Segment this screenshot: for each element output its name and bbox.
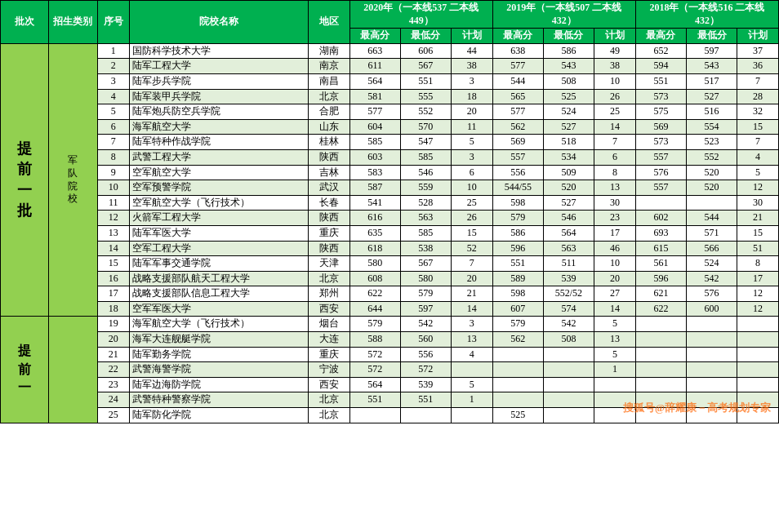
y20_min-cell: 528 <box>400 195 451 211</box>
seq-cell: 4 <box>97 89 130 104</box>
y20_max-cell: 644 <box>349 301 400 317</box>
seq-cell: 11 <box>97 195 130 211</box>
y20_plan-cell: 25 <box>451 195 492 211</box>
seq-cell: 20 <box>97 332 130 348</box>
table-row: 3陆军步兵学院南昌5645513544508105515177 <box>1 73 779 89</box>
name-cell: 海军航空大学（飞行技术） <box>130 317 309 332</box>
y20_max-cell: 579 <box>349 317 400 332</box>
y20_plan-cell: 13 <box>451 332 492 348</box>
y19_min-cell: 539 <box>543 271 594 286</box>
y18-plan-header: 计划 <box>737 29 779 44</box>
name-cell: 国防科学技术大学 <box>130 43 309 59</box>
table-row: 7陆军特种作战学院桂林585547556951875735237 <box>1 135 779 150</box>
y19_plan-cell: 13 <box>594 332 635 348</box>
y19_max-cell <box>492 362 543 378</box>
table-row: 9空军航空大学吉林583546655650985765205 <box>1 165 779 180</box>
y19_min-cell: 509 <box>543 165 594 180</box>
y18_max-cell: 602 <box>635 211 686 226</box>
region-cell: 西安 <box>308 377 349 392</box>
col-region-header: 地区 <box>308 1 349 44</box>
y20_plan-cell: 10 <box>451 180 492 196</box>
y20_min-cell: 585 <box>400 149 451 165</box>
y20-max-header: 最高分 <box>349 29 400 44</box>
y20_min-cell: 542 <box>400 317 451 332</box>
y19_plan-cell: 46 <box>594 241 635 256</box>
y20_max-cell: 585 <box>349 135 400 150</box>
y20_max-cell: 622 <box>349 286 400 302</box>
seq-cell: 3 <box>97 73 130 89</box>
y19_plan-cell: 20 <box>594 271 635 286</box>
seq-cell: 22 <box>97 362 130 378</box>
y18_min-cell <box>686 317 737 332</box>
y18_plan-cell: 32 <box>737 104 779 120</box>
seq-cell: 7 <box>97 135 130 150</box>
y18-min-header: 最低分 <box>686 29 737 44</box>
y18_plan-cell <box>737 362 779 378</box>
y20_max-cell: 577 <box>349 104 400 120</box>
seq-cell: 23 <box>97 377 130 392</box>
y20_plan-cell: 38 <box>451 59 492 74</box>
y19_plan-cell: 10 <box>594 73 635 89</box>
y19_max-cell: 544/55 <box>492 180 543 196</box>
y20-plan-header: 计划 <box>451 29 492 44</box>
y20_plan-cell: 3 <box>451 73 492 89</box>
region-cell: 西安 <box>308 301 349 317</box>
y19_min-cell <box>543 377 594 392</box>
table-row: 13陆军军医大学重庆635585155865641769357115 <box>1 225 779 241</box>
table-row: 提前一19海军航空大学（飞行技术）烟台57954235795425 <box>1 317 779 332</box>
y19_min-cell: 524 <box>543 104 594 120</box>
y19_plan-cell: 23 <box>594 211 635 226</box>
y20_min-cell: 555 <box>400 89 451 104</box>
seq-cell: 2 <box>97 59 130 74</box>
y19_max-cell: 598 <box>492 195 543 211</box>
y20_plan-cell: 6 <box>451 165 492 180</box>
y19_max-cell: 525 <box>492 408 543 423</box>
y18_plan-cell: 28 <box>737 89 779 104</box>
table-row: 16战略支援部队航天工程大学北京608580205895392059654217 <box>1 271 779 286</box>
y20_plan-cell: 1 <box>451 392 492 408</box>
y20-min-header: 最低分 <box>400 29 451 44</box>
region-cell: 陕西 <box>308 149 349 165</box>
name-cell: 空军预警学院 <box>130 180 309 196</box>
y19_min-cell: 546 <box>543 211 594 226</box>
y18_plan-cell: 30 <box>737 195 779 211</box>
y20_max-cell: 603 <box>349 149 400 165</box>
name-cell: 陆军工程大学 <box>130 59 309 74</box>
y18_max-cell <box>635 377 686 392</box>
y20_plan-cell: 52 <box>451 241 492 256</box>
y19_max-cell: 577 <box>492 59 543 74</box>
y20_min-cell: 551 <box>400 73 451 89</box>
y19_plan-cell: 10 <box>594 256 635 272</box>
y20_max-cell: 583 <box>349 165 400 180</box>
y18_max-cell <box>635 317 686 332</box>
name-cell: 武警特种警察学院 <box>130 392 309 408</box>
y20_plan-cell: 20 <box>451 104 492 120</box>
region-cell: 大连 <box>308 332 349 348</box>
region-cell: 桂林 <box>308 135 349 150</box>
y18_min-cell: 571 <box>686 225 737 241</box>
y19_plan-cell: 5 <box>594 347 635 362</box>
y19_min-cell <box>543 392 594 408</box>
batch-cell: 提前一批 <box>1 43 49 317</box>
y19_plan-cell: 25 <box>594 104 635 120</box>
y18_min-cell: 597 <box>686 43 737 59</box>
y18_min-cell: 576 <box>686 286 737 302</box>
y19_min-cell: 527 <box>543 195 594 211</box>
y19_max-cell: 551 <box>492 256 543 272</box>
name-cell: 战略支援部队航天工程大学 <box>130 271 309 286</box>
y19_max-cell <box>492 392 543 408</box>
y20_max-cell: 551 <box>349 392 400 408</box>
y18_min-cell <box>686 392 737 408</box>
name-cell: 陆军特种作战学院 <box>130 135 309 150</box>
y18_min-cell: 527 <box>686 89 737 104</box>
y19_plan-cell: 7 <box>594 135 635 150</box>
table-row: 10空军预警学院武汉58755910544/555201355752012 <box>1 180 779 196</box>
y20_min-cell: 563 <box>400 211 451 226</box>
region-cell: 烟台 <box>308 317 349 332</box>
y18_max-cell: 557 <box>635 149 686 165</box>
y18_max-cell: 557 <box>635 180 686 196</box>
y18_max-cell <box>635 347 686 362</box>
y19_min-cell: 508 <box>543 73 594 89</box>
y19_max-cell: 579 <box>492 317 543 332</box>
region-cell: 山东 <box>308 119 349 135</box>
